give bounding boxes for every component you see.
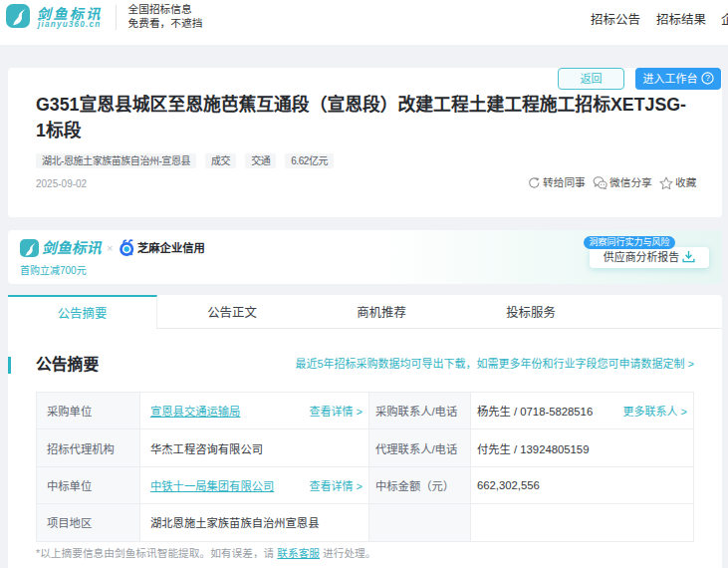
svg-text:?: ? [705,73,710,83]
